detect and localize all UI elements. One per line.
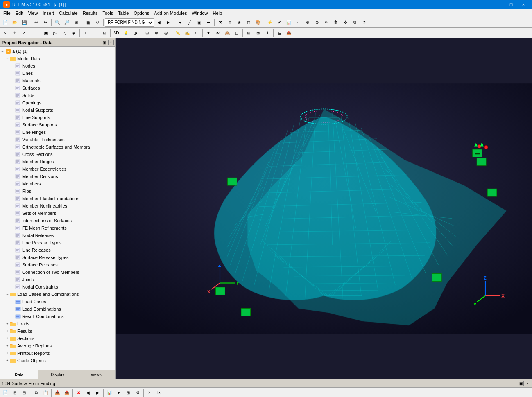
tb2-measure[interactable]: 📏 <box>173 29 182 38</box>
tree-item-ribs[interactable]: Ribs <box>0 187 115 195</box>
menu-addon[interactable]: Add-on Modules <box>152 9 189 17</box>
menu-help[interactable]: Help <box>211 9 225 17</box>
tb-move[interactable]: ✛ <box>341 18 350 27</box>
tb2-perspective[interactable]: ◈ <box>69 29 78 38</box>
menu-tools[interactable]: Tools <box>100 9 115 17</box>
menu-calculate[interactable]: Calculate <box>57 9 80 17</box>
tb-dim[interactable]: ↔ <box>294 18 303 27</box>
tree-item-sets-of-members[interactable]: Sets of Members <box>0 210 115 217</box>
tb-render[interactable]: ◈ <box>235 18 244 27</box>
tb2-back[interactable]: ◁ <box>60 29 69 38</box>
module-combo[interactable]: RF-FORM-FINDING <box>105 18 154 27</box>
tb2-label[interactable]: 🏷 <box>192 29 201 38</box>
tb2-shadow[interactable]: ◑ <box>131 29 140 38</box>
menu-results[interactable]: Results <box>80 9 100 17</box>
tb2-snap2[interactable]: ⊕ <box>152 29 161 38</box>
tree-item-nodal-constraints[interactable]: Nodal Constraints <box>0 283 115 291</box>
tree-item-member-elastic[interactable]: Member Elastic Foundations <box>0 195 115 202</box>
panel-float-btn[interactable]: ▣ <box>518 381 524 386</box>
tb2-hide[interactable]: 🙈 <box>223 29 232 38</box>
tree-item-line-releases[interactable]: Line Releases <box>0 246 115 254</box>
tb-calc[interactable]: ⚡ <box>265 18 274 27</box>
tb2-fit[interactable]: ⊡ <box>100 29 109 38</box>
tb-next[interactable]: ▶ <box>164 18 173 27</box>
tree-item-load-cases-combinations[interactable]: −Load Cases and Combinations <box>0 291 115 298</box>
tb2-polar[interactable]: ◎ <box>161 29 170 38</box>
tb-surface[interactable]: ▣ <box>195 18 204 27</box>
tb-zoom-all[interactable]: ⊞ <box>72 18 81 27</box>
pt-insert[interactable]: ⊞ <box>10 388 19 397</box>
tb-prev[interactable]: ◀ <box>154 18 163 27</box>
tree-item-model-data[interactable]: −Model Data <box>0 55 115 62</box>
tb-delete[interactable]: 🗑 <box>331 18 340 27</box>
tree-item-line-supports[interactable]: Line Supports <box>0 114 115 121</box>
tb-wire[interactable]: ◻ <box>244 18 253 27</box>
tree-item-surface-supports[interactable]: Surface Supports <box>0 121 115 129</box>
tb2-angle[interactable]: ∠ <box>20 29 29 38</box>
tree-item-nodal-supports[interactable]: Nodal Supports <box>0 106 115 114</box>
tree-item-loads[interactable]: +Loads <box>0 320 115 327</box>
menu-edit[interactable]: Edit <box>13 9 26 17</box>
pt-columns[interactable]: ⊞ <box>124 388 133 397</box>
close-button[interactable]: × <box>518 1 529 8</box>
menu-table[interactable]: Table <box>115 9 131 17</box>
nav-float-btn[interactable]: ▣ <box>102 40 107 45</box>
tree-item-average-regions[interactable]: +Average Regions <box>0 342 115 350</box>
tree-item-line-release-types[interactable]: Line Release Types <box>0 239 115 246</box>
tb2-top[interactable]: ⊤ <box>32 29 41 38</box>
tb-line[interactable]: ╱ <box>185 18 194 27</box>
tb2-export[interactable]: 📤 <box>284 29 293 38</box>
tb2-light[interactable]: 💡 <box>121 29 130 38</box>
pt-left[interactable]: ◀ <box>84 388 93 397</box>
tb-member[interactable]: ━ <box>204 18 213 27</box>
pt-red[interactable]: ✖ <box>74 388 83 397</box>
pt-delete-row[interactable]: ⊟ <box>20 388 29 397</box>
tb2-front[interactable]: ▣ <box>41 29 50 38</box>
tree-item-lines[interactable]: Lines <box>0 70 115 77</box>
tb-open[interactable]: 📂 <box>10 18 19 27</box>
tb2-cross[interactable]: ✛ <box>10 29 19 38</box>
pt-new-row[interactable]: 📄 <box>1 388 10 397</box>
tree-item-surface-releases[interactable]: Surface Releases <box>0 261 115 268</box>
tb-redo[interactable]: ↪ <box>41 18 50 27</box>
nav-tab-data[interactable]: Data <box>0 370 38 379</box>
tree-item-nodal-releases[interactable]: Nodal Releases <box>0 232 115 239</box>
menu-file[interactable]: File <box>1 9 13 17</box>
tree-item-guide-objects[interactable]: +Guide Objects <box>0 357 115 364</box>
tree-item-load-cases[interactable]: Load Cases <box>0 298 115 305</box>
pt-graph[interactable]: 📊 <box>105 388 114 397</box>
tree-item-result-combinations[interactable]: Result Combinations <box>0 313 115 320</box>
menu-window[interactable]: Window <box>189 9 210 17</box>
minimize-button[interactable]: − <box>494 1 504 8</box>
pt-formula[interactable]: fx <box>154 388 163 397</box>
tb2-annotate[interactable]: ✍ <box>183 29 192 38</box>
tb2-layer2[interactable]: ⊠ <box>254 29 263 38</box>
nav-tab-display[interactable]: Display <box>38 370 77 379</box>
tree-item-printout-reports[interactable]: +Printout Reports <box>0 350 115 357</box>
tb-select[interactable]: ▦ <box>84 18 93 27</box>
tree-item-connection-two-members[interactable]: Connection of Two Members <box>0 268 115 276</box>
tb-zoom[interactable]: 🔎 <box>62 18 71 27</box>
tree-item-load-combinations[interactable]: Load Combinations <box>0 305 115 313</box>
tb-x[interactable]: ✖ <box>216 18 225 27</box>
tb-snap[interactable]: ⊕ <box>303 18 312 27</box>
tb-rotate[interactable]: ↻ <box>93 18 102 27</box>
tree-item-nodes[interactable]: Nodes <box>0 62 115 70</box>
tb2-layer[interactable]: ⊞ <box>244 29 253 38</box>
tb-edit2[interactable]: ✏ <box>322 18 331 27</box>
tree-item-openings[interactable]: Openings <box>0 99 115 106</box>
tree-item-surface-release-types[interactable]: Surface Release Types <box>0 254 115 261</box>
tb-table2[interactable]: 📊 <box>284 18 293 27</box>
tree-item-sections[interactable]: +Sections <box>0 335 115 342</box>
tb2-zoom-out[interactable]: − <box>91 29 100 38</box>
menu-view[interactable]: View <box>26 9 41 17</box>
tb2-filter[interactable]: ▼ <box>204 29 213 38</box>
tree-item-root[interactable]: −aa (1) [1] <box>0 47 115 55</box>
pt-calc2[interactable]: ⚙ <box>133 388 142 397</box>
tree-item-orthotropic[interactable]: Orthotropic Surfaces and Membra <box>0 143 115 151</box>
tree-item-cross-sections[interactable]: Cross-Sections <box>0 151 115 158</box>
tb-save[interactable]: 💾 <box>20 18 29 27</box>
tree-item-member-eccentricities[interactable]: Member Eccentricities <box>0 165 115 173</box>
tree-item-fe-mesh[interactable]: FE Mesh Refinements <box>0 224 115 232</box>
tb2-visible[interactable]: 👁 <box>213 29 222 38</box>
